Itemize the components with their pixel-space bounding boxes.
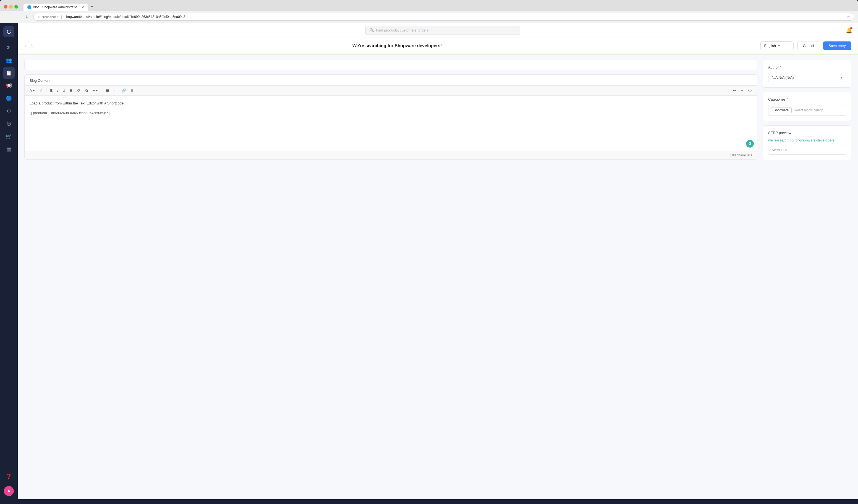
card-header: Blog Content (25, 75, 757, 85)
search-placeholder: Find products, customers, orders... (376, 28, 432, 32)
categories-container[interactable]: Shopware Select blog's catego... (768, 105, 846, 116)
sidebar: G 🛍 👥 📋 📢 🔵 ⚙ ⊕ 🛒 ▦ ❓ A (0, 23, 18, 499)
toolbar-bold[interactable]: B (49, 87, 54, 94)
top-bar: 🔍 Find products, customers, orders... 🔔 (18, 23, 858, 38)
alert-icon: △ (30, 43, 34, 49)
tab-favicon: 🌐 (27, 5, 31, 9)
search-icon: 🔍 (369, 28, 374, 32)
author-select[interactable]: N/A N/A (N/A) ▾ (768, 73, 846, 82)
notification-bell[interactable]: 🔔 (845, 27, 853, 34)
toolbar-redo[interactable]: ↪ (739, 87, 745, 94)
toolbar-right: ↩ ↪ <> (731, 87, 754, 94)
cancel-button[interactable]: Cancel (797, 41, 819, 50)
character-count: 108 characters (730, 153, 752, 157)
author-label: Author * (768, 65, 846, 69)
toolbar-strikethrough[interactable]: S (68, 87, 74, 94)
toolbar-list-ordered[interactable]: ≔ (112, 87, 119, 94)
user-avatar[interactable]: A (4, 486, 14, 496)
toolbar-expand[interactable]: ⤢ (37, 87, 44, 94)
content-area: Blog Content A ▾ ⤢ B I U S X² X₂ ≡ ▾ (18, 54, 858, 499)
toolbar-subscript[interactable]: X₂ (83, 87, 90, 94)
toolbar-font-size[interactable]: A ▾ (28, 87, 36, 94)
toolbar-underline[interactable]: U (61, 87, 67, 94)
tab-title: Blog | Shopware Administratio... (33, 5, 80, 9)
left-column: Blog Content A ▾ ⤢ B I U S X² X₂ ≡ ▾ (24, 60, 757, 494)
editor-content-line2: {{ product=11dc680240b04f469ccba354cbf0b… (30, 110, 752, 116)
meta-title-input[interactable] (768, 145, 846, 155)
security-icon: ⚠ (37, 15, 40, 19)
insecure-label: Nicht sicher (42, 15, 58, 18)
categories-label: Categories * (768, 97, 846, 101)
serp-label: SERP preview (768, 131, 846, 135)
browser-nav: ← → ↻ ⚠ Nicht sicher | shopware64.test/a… (0, 11, 858, 23)
chevron-down-icon: ▾ (778, 44, 780, 48)
sidebar-item-extensions[interactable]: 🔵 (3, 93, 15, 104)
back-button[interactable]: ‹ (24, 43, 26, 49)
toolbar-align[interactable]: ≡ ▾ (91, 87, 99, 94)
url-display: shopware64.test/admin#/blog/module/detai… (65, 15, 845, 19)
app-container: G 🛍 👥 📋 📢 🔵 ⚙ ⊕ 🛒 ▦ ❓ A 🔍 Find products,… (0, 23, 858, 499)
sidebar-item-help[interactable]: ❓ (3, 471, 15, 482)
categories-card: Categories * Shopware Select blog's cate… (763, 92, 852, 121)
categories-required-star: * (787, 97, 788, 101)
editor-watermark: G (746, 140, 754, 148)
minimize-button[interactable] (9, 5, 13, 9)
category-tag-shopware[interactable]: Shopware (770, 107, 792, 113)
toolbar-divider-2 (102, 88, 102, 93)
traffic-lights (4, 5, 18, 9)
sidebar-item-add[interactable]: ⊕ (3, 118, 15, 130)
sidebar-item-shop[interactable]: 🛒 (3, 131, 15, 142)
maximize-button[interactable] (14, 5, 18, 9)
editor-footer: 108 characters (25, 151, 757, 159)
author-chevron-icon: ▾ (841, 76, 843, 80)
sidebar-item-content[interactable]: 📋 (3, 67, 15, 79)
required-star: * (780, 65, 781, 69)
toolbar-link[interactable]: 🔗 (120, 87, 128, 94)
serp-preview-card: SERP preview we're-searching-for-shopwar… (763, 126, 852, 160)
editor-content-line1: Load a product from within the Text Edit… (30, 101, 752, 107)
search-bar[interactable]: 🔍 Find products, customers, orders... (365, 26, 520, 35)
new-tab-button[interactable]: + (89, 3, 96, 11)
notification-dot (850, 27, 853, 29)
sidebar-item-customers[interactable]: 👥 (3, 54, 15, 66)
page-title: We're searching for Shopware developers! (37, 43, 757, 48)
active-tab[interactable]: 🌐 Blog | Shopware Administratio... ✕ (23, 4, 88, 11)
section-label: Blog Content (30, 79, 50, 83)
language-value: English (764, 44, 776, 48)
toolbar-italic[interactable]: I (55, 87, 60, 94)
save-button[interactable]: Save entry (823, 42, 852, 50)
editor-body[interactable]: Load a product from within the Text Edit… (25, 96, 757, 151)
author-card: Author * N/A N/A (N/A) ▾ (763, 60, 852, 87)
right-column: Author * N/A N/A (N/A) ▾ Categories * (763, 60, 852, 494)
tab-close-button[interactable]: ✕ (81, 5, 84, 9)
blog-content-card: Blog Content A ▾ ⤢ B I U S X² X₂ ≡ ▾ (24, 74, 757, 160)
page-header: ‹ △ We're searching for Shopware develop… (18, 38, 858, 54)
toolbar-superscript[interactable]: X² (75, 87, 82, 94)
author-value: N/A N/A (N/A) (772, 76, 794, 80)
toolbar-table[interactable]: ⊞ (129, 87, 135, 94)
sidebar-item-settings[interactable]: ⚙ (3, 105, 15, 117)
sidebar-item-marketing[interactable]: 📢 (3, 80, 15, 92)
nav-refresh-button[interactable]: ↻ (24, 14, 30, 20)
close-button[interactable] (4, 5, 7, 9)
address-bar[interactable]: ⚠ Nicht sicher | shopware64.test/admin#/… (33, 13, 854, 21)
address-actions: ☆ (846, 15, 850, 19)
sidebar-item-analytics[interactable]: ▦ (3, 143, 15, 155)
nav-forward-button[interactable]: → (14, 14, 21, 20)
language-select[interactable]: English ▾ (760, 42, 794, 50)
collapsed-panel (24, 60, 757, 70)
editor-toolbar: A ▾ ⤢ B I U S X² X₂ ≡ ▾ ☰ ≔ 🔗 (25, 85, 757, 96)
toolbar-list-unordered[interactable]: ☰ (104, 87, 111, 94)
toolbar-undo[interactable]: ↩ (731, 87, 738, 94)
tab-bar: 🌐 Blog | Shopware Administratio... ✕ + (23, 3, 96, 11)
sidebar-logo[interactable]: G (3, 26, 14, 37)
nav-back-button[interactable]: ← (4, 14, 11, 20)
sidebar-item-products[interactable]: 🛍 (3, 42, 15, 53)
main-content: 🔍 Find products, customers, orders... 🔔 … (18, 23, 858, 499)
category-placeholder: Select blog's catego... (793, 108, 827, 113)
serp-url: we're-searching-for-shopware-developers! (768, 138, 846, 142)
bookmark-icon[interactable]: ☆ (846, 15, 850, 19)
toolbar-code[interactable]: <> (746, 87, 754, 94)
